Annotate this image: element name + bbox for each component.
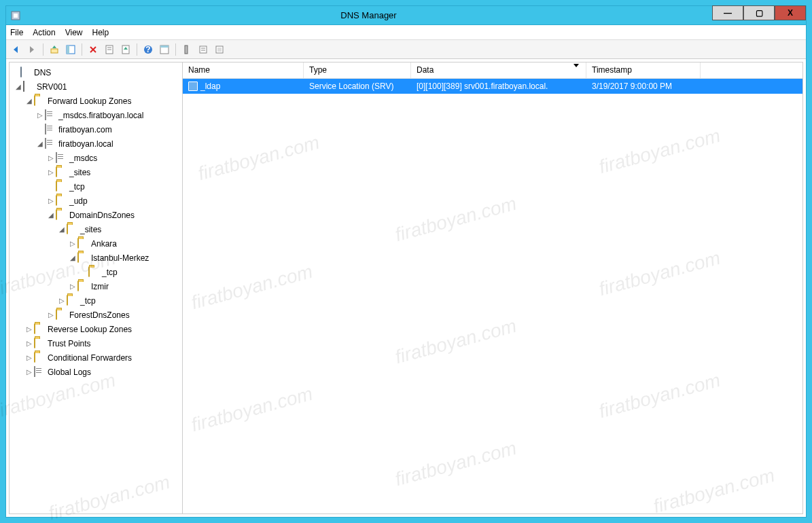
tree-label: _sites bbox=[80, 225, 101, 234]
tree-conditional-forwarders[interactable]: ▷Conditional Forwarders bbox=[10, 350, 182, 365]
tree-zone-msdcs[interactable]: ▷_msdcs.firatboyan.local bbox=[10, 108, 182, 122]
tree-tcp-selected[interactable]: _tcp bbox=[10, 265, 182, 279]
menubar: File Action View Help bbox=[6, 25, 806, 40]
minimize-button[interactable]: — bbox=[712, 5, 743, 20]
record-row[interactable]: _ldap Service Location (SRV) [0][100][38… bbox=[183, 79, 802, 94]
tree-sites2[interactable]: ◢_sites bbox=[10, 222, 182, 236]
menu-file[interactable]: File bbox=[10, 28, 23, 37]
tree-label: _msdcs.firatboyan.local bbox=[58, 111, 143, 120]
svg-rect-7 bbox=[67, 46, 69, 54]
tree-zone-firatboyan-com[interactable]: firatboyan.com bbox=[10, 122, 182, 137]
tree-label: Conditional Forwarders bbox=[48, 353, 132, 363]
window-buttons: — ▢ X bbox=[712, 6, 806, 24]
close-button[interactable]: X bbox=[775, 5, 806, 20]
tree-label: Forward Lookup Zones bbox=[48, 96, 131, 106]
tree-label: Istanbul-Merkez bbox=[91, 253, 149, 263]
tree-sites[interactable]: ▷_sites bbox=[10, 165, 182, 179]
menu-action[interactable]: Action bbox=[33, 28, 55, 37]
tree-label: ForestDnsZones bbox=[69, 310, 130, 320]
svg-rect-19 bbox=[185, 46, 188, 54]
toolbar: ? bbox=[6, 40, 806, 59]
up-button[interactable] bbox=[48, 43, 61, 56]
tree-label: _tcp bbox=[69, 182, 85, 192]
tree-izmir[interactable]: ▷Izmir bbox=[10, 279, 182, 293]
tree-label: Global Logs bbox=[48, 367, 91, 377]
tree-label: _sites bbox=[69, 168, 90, 177]
column-data[interactable]: Data bbox=[411, 62, 586, 78]
svg-marker-3 bbox=[30, 46, 34, 53]
sort-indicator-icon bbox=[573, 64, 579, 67]
tree-trust-points[interactable]: ▷Trust Points bbox=[10, 336, 182, 350]
tree-label: _msdcs bbox=[69, 154, 97, 163]
tree-label: Reverse Lookup Zones bbox=[48, 325, 132, 334]
nav-back-button[interactable] bbox=[9, 43, 22, 56]
refresh-button[interactable] bbox=[119, 43, 133, 56]
column-name[interactable]: Name bbox=[183, 62, 304, 78]
menu-help[interactable]: Help bbox=[92, 28, 109, 37]
svg-marker-2 bbox=[14, 46, 18, 53]
toolbar-separator bbox=[175, 43, 176, 56]
tree-ankara[interactable]: ▷Ankara bbox=[10, 236, 182, 251]
cell-timestamp: 3/19/2017 9:00:00 PM bbox=[586, 82, 701, 91]
tree-label: _udp bbox=[69, 196, 88, 206]
tree-root-dns[interactable]: DNS bbox=[10, 65, 182, 79]
svg-text:?: ? bbox=[145, 45, 150, 54]
toolbar-button[interactable] bbox=[158, 43, 171, 56]
column-type[interactable]: Type bbox=[304, 62, 411, 78]
nav-forward-button[interactable] bbox=[25, 43, 39, 56]
column-timestamp[interactable]: Timestamp bbox=[586, 62, 701, 78]
tree-forestdnszones[interactable]: ▷ForestDnsZones bbox=[10, 308, 182, 322]
cell-name: _ldap bbox=[183, 82, 304, 92]
cell-type: Service Location (SRV) bbox=[304, 82, 411, 91]
menu-view[interactable]: View bbox=[65, 28, 83, 37]
tree-istanbul[interactable]: ◢Istanbul-Merkez bbox=[10, 251, 182, 265]
tree-forward-lookup-zones[interactable]: ◢Forward Lookup Zones bbox=[10, 94, 182, 108]
tree-label: DNS bbox=[34, 68, 51, 77]
tree-global-logs[interactable]: ▷Global Logs bbox=[10, 365, 182, 379]
toolbar-button[interactable] bbox=[213, 43, 226, 56]
dns-manager-window: DNS Manager — ▢ X File Action View Help … bbox=[5, 5, 807, 518]
toolbar-separator bbox=[137, 43, 137, 56]
show-hide-tree-button[interactable] bbox=[64, 43, 77, 56]
window-title: DNS Manager bbox=[25, 10, 712, 20]
tree-tcp3[interactable]: ▷_tcp bbox=[10, 293, 182, 308]
svg-marker-5 bbox=[52, 46, 56, 48]
tree-domaindnszones[interactable]: ◢DomainDnsZones bbox=[10, 208, 182, 222]
titlebar[interactable]: DNS Manager — ▢ X bbox=[6, 6, 806, 25]
app-icon bbox=[10, 10, 21, 21]
properties-button[interactable] bbox=[103, 43, 116, 56]
tree-label: firatboyan.local bbox=[58, 139, 113, 149]
svg-rect-24 bbox=[217, 48, 222, 52]
svg-rect-1 bbox=[14, 14, 18, 18]
tree-udp[interactable]: ▷_udp bbox=[10, 194, 182, 208]
maximize-button[interactable]: ▢ bbox=[743, 5, 775, 20]
delete-button[interactable] bbox=[86, 43, 100, 56]
tree-label: SRV001 bbox=[37, 82, 67, 92]
tree-label: _tcp bbox=[80, 296, 96, 306]
svg-rect-18 bbox=[160, 46, 169, 48]
list-header: Name Type Data Timestamp bbox=[183, 62, 802, 79]
tree-label: Ankara bbox=[91, 239, 117, 249]
content-area: DNS ◢SRV001 ◢Forward Lookup Zones ▷_msdc… bbox=[9, 62, 803, 514]
tree-label: Izmir bbox=[91, 282, 109, 291]
svg-rect-4 bbox=[51, 49, 58, 53]
list-pane: Name Type Data Timestamp _ldap Service L… bbox=[183, 62, 802, 513]
record-icon bbox=[188, 82, 198, 91]
cell-data: [0][100][389] srv001.firatboyan.local. bbox=[411, 82, 586, 91]
tree-label: firatboyan.com bbox=[58, 125, 112, 134]
toolbar-button[interactable] bbox=[180, 43, 194, 56]
tree-label: Trust Points bbox=[48, 339, 91, 348]
toolbar-separator bbox=[43, 43, 43, 56]
tree-tcp[interactable]: _tcp bbox=[10, 179, 182, 194]
tree-reverse-lookup-zones[interactable]: ▷Reverse Lookup Zones bbox=[10, 322, 182, 336]
tree-pane[interactable]: DNS ◢SRV001 ◢Forward Lookup Zones ▷_msdc… bbox=[10, 62, 183, 513]
toolbar-separator bbox=[82, 43, 82, 56]
tree-server[interactable]: ◢SRV001 bbox=[10, 79, 182, 94]
tree-zone-firatboyan-local[interactable]: ◢firatboyan.local bbox=[10, 137, 182, 151]
tree-msdcs[interactable]: ▷_msdcs bbox=[10, 151, 182, 165]
help-button[interactable]: ? bbox=[141, 43, 155, 56]
toolbar-button[interactable] bbox=[196, 43, 210, 56]
tree-label: _tcp bbox=[102, 268, 118, 277]
svg-rect-20 bbox=[200, 46, 207, 53]
tree-label: DomainDnsZones bbox=[69, 211, 135, 220]
